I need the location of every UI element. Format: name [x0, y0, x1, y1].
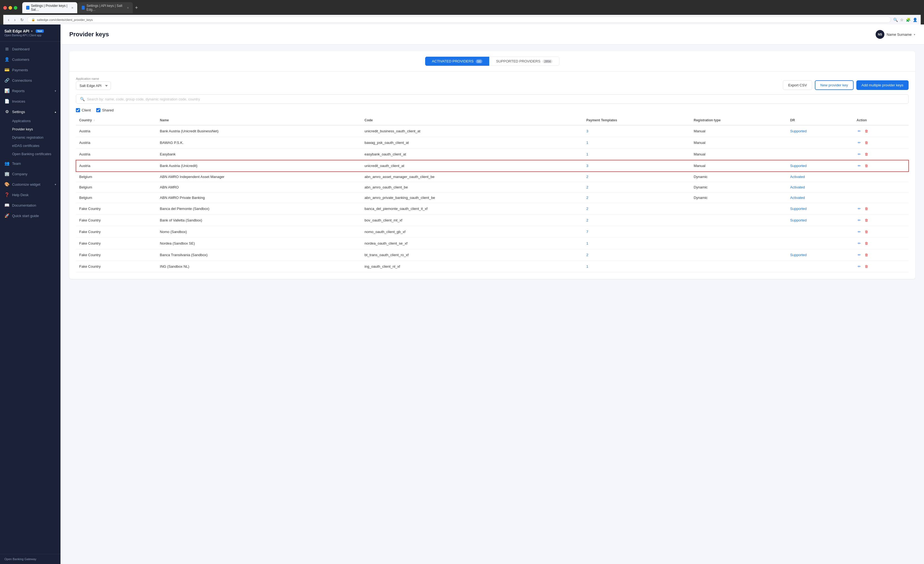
sidebar-item-settings[interactable]: ⚙ Settings ▴ [0, 107, 60, 117]
browser-tab-2[interactable]: Settings | API keys | Salt Edg… ✕ [78, 2, 133, 13]
tab-activated-providers[interactable]: ACTIVATED PROVIDERS 56 [425, 57, 489, 66]
edit-button[interactable]: ✏ [856, 163, 862, 168]
sidebar-item-documentation[interactable]: 📖 Documentation [0, 200, 60, 211]
forward-button[interactable]: › [13, 17, 17, 23]
payment-templates-link[interactable]: 1 [586, 241, 588, 245]
add-multiple-provider-keys-button[interactable]: Add multiple provider keys [856, 80, 909, 90]
col-country[interactable]: Country ↑ [76, 116, 156, 125]
delete-button[interactable]: 🗑 [864, 229, 869, 235]
dr-link[interactable]: Supported [790, 218, 807, 222]
payment-templates-link[interactable]: 2 [586, 207, 588, 211]
bookmark-icon[interactable]: ☆ [900, 18, 904, 22]
sidebar-item-team[interactable]: 👥 Team [0, 158, 60, 168]
edit-button[interactable]: ✏ [856, 128, 862, 134]
payment-templates-link[interactable]: 2 [586, 196, 588, 200]
refresh-button[interactable]: ↻ [19, 17, 25, 23]
shared-checkbox[interactable] [96, 108, 100, 112]
payment-templates-link[interactable]: 7 [586, 230, 588, 234]
sidebar-item-customize-widget[interactable]: 🎨 Customize widget ▾ [0, 179, 60, 190]
payment-templates-link[interactable]: 3 [586, 129, 588, 133]
sidebar-sub-open-banking-certs[interactable]: Open Banking certificates [0, 150, 60, 158]
tab-favicon-1 [26, 6, 29, 10]
edit-button[interactable]: ✏ [856, 264, 862, 269]
dr-link[interactable]: Activated [790, 185, 805, 189]
sidebar-item-connections[interactable]: 🔗 Connections [0, 75, 60, 86]
payment-templates-link[interactable]: 3 [586, 164, 588, 168]
user-menu[interactable]: NS Name Surname ▾ [876, 30, 915, 39]
browser-tab-1[interactable]: Settings | Provider keys | Sal… ✕ [22, 2, 77, 13]
new-provider-key-button[interactable]: New provider key [815, 80, 854, 90]
payment-templates-link[interactable]: 2 [586, 185, 588, 189]
sidebar-item-help-desk[interactable]: ❓ Help Desk [0, 190, 60, 200]
payment-templates-link[interactable]: 2 [586, 253, 588, 257]
sidebar-sub-dynamic-registration[interactable]: Dynamic registration [0, 134, 60, 142]
cell-payment-templates: 2 [583, 182, 690, 193]
delete-button[interactable]: 🗑 [864, 152, 869, 157]
delete-button[interactable]: 🗑 [864, 241, 869, 246]
edit-button[interactable]: ✏ [856, 152, 862, 157]
profile-icon[interactable]: 👤 [913, 18, 917, 22]
cell-dr: Supported [787, 215, 853, 226]
edit-button[interactable]: ✏ [856, 140, 862, 145]
cell-registration-type [690, 261, 787, 272]
sidebar-sub-eidas[interactable]: eIDAS certificates [0, 142, 60, 150]
sidebar-sub-provider-keys[interactable]: Provider keys [0, 125, 60, 134]
cell-code: bov_oauth_client_mt_xf [361, 215, 583, 226]
export-csv-button[interactable]: Export CSV [783, 80, 812, 90]
delete-button[interactable]: 🗑 [864, 218, 869, 223]
extensions-icon[interactable]: 🧩 [906, 18, 910, 22]
address-bar[interactable]: 🔒 saltedge.com/clients/client_provider_k… [27, 17, 891, 23]
new-tab-button[interactable]: + [134, 2, 140, 13]
sidebar-item-quick-start[interactable]: 🚀 Quick start guide [0, 211, 60, 221]
delete-button[interactable]: 🗑 [864, 140, 869, 145]
app-name-select[interactable]: Salt Edge API [76, 81, 111, 90]
delete-button[interactable]: 🗑 [864, 163, 869, 168]
tab-1-close-icon[interactable]: ✕ [71, 6, 74, 9]
sidebar-item-dashboard-label: Dashboard [12, 47, 30, 51]
payment-templates-link[interactable]: 1 [586, 265, 588, 269]
minimize-traffic-light[interactable] [9, 6, 12, 10]
dr-link[interactable]: Supported [790, 253, 807, 257]
search-browser-icon[interactable]: 🔍 [893, 18, 898, 22]
sidebar-item-company[interactable]: 🏢 Company [0, 168, 60, 179]
sidebar-item-payments[interactable]: 💳 Payments [0, 65, 60, 75]
client-checkbox[interactable] [76, 108, 80, 112]
tab-supported-label: SUPPORTED PROVIDERS [496, 59, 540, 63]
edit-button[interactable]: ✏ [856, 252, 862, 257]
dr-link[interactable]: Activated [790, 175, 805, 179]
delete-button[interactable]: 🗑 [864, 206, 869, 211]
delete-button[interactable]: 🗑 [864, 128, 869, 134]
shared-filter-text: Shared [102, 108, 114, 112]
client-filter-label[interactable]: Client [76, 108, 91, 112]
payment-templates-link[interactable]: 2 [586, 218, 588, 222]
payment-templates-link[interactable]: 1 [586, 141, 588, 145]
dr-link[interactable]: Supported [790, 129, 807, 133]
close-traffic-light[interactable] [3, 6, 7, 10]
maximize-traffic-light[interactable] [14, 6, 17, 10]
dr-link[interactable]: Supported [790, 207, 807, 211]
sidebar-item-reports[interactable]: 📊 Reports ▾ [0, 86, 60, 96]
search-input[interactable] [87, 97, 904, 101]
payment-templates-link[interactable]: 2 [586, 175, 588, 179]
edit-button[interactable]: ✏ [856, 241, 862, 246]
cell-payment-templates: 7 [583, 226, 690, 238]
sidebar-sub-applications[interactable]: Applications [0, 117, 60, 125]
sidebar-item-customers[interactable]: 👤 Customers [0, 54, 60, 65]
tab-supported-providers[interactable]: SUPPORTED PROVIDERS 2856 [489, 57, 560, 66]
delete-button[interactable]: 🗑 [864, 252, 869, 257]
payment-templates-link[interactable]: 1 [586, 152, 588, 156]
dashboard-icon: ⊞ [4, 47, 9, 51]
delete-button[interactable]: 🗑 [864, 264, 869, 269]
edit-button[interactable]: ✏ [856, 218, 862, 223]
cell-action [854, 193, 909, 203]
dr-link[interactable]: Supported [790, 164, 807, 168]
sidebar-item-invoices[interactable]: 📄 Invoices [0, 96, 60, 107]
back-button[interactable]: ‹ [7, 17, 11, 23]
sidebar-item-dashboard[interactable]: ⊞ Dashboard [0, 44, 60, 54]
dr-link[interactable]: Activated [790, 196, 805, 200]
shared-filter-label[interactable]: Shared [96, 108, 114, 112]
sidebar-brand[interactable]: Salt Edge API ▾ Test [4, 29, 56, 33]
edit-button[interactable]: ✏ [856, 229, 862, 235]
tab-2-close-icon[interactable]: ✕ [127, 6, 129, 9]
edit-button[interactable]: ✏ [856, 206, 862, 211]
